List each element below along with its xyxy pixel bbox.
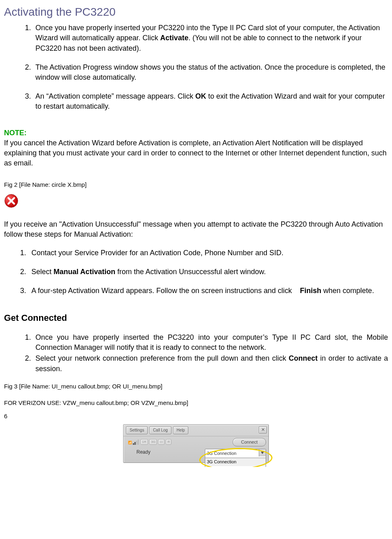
text: Select your network connection preferenc… bbox=[35, 354, 289, 362]
status-text: Ready bbox=[126, 449, 202, 456]
help-button[interactable]: Help bbox=[173, 426, 189, 434]
figure-2-caption: Fig 2 [File Name: circle X.bmp] bbox=[4, 180, 388, 189]
close-icon: ✕ bbox=[261, 427, 265, 432]
activation-steps-list: Once you have properly inserted your PC3… bbox=[4, 23, 388, 112]
get-connected-steps: Once you have properly inserted the PC32… bbox=[4, 332, 388, 374]
figure-3-caption: Fig 3 [File Name: UI_menu callout.bmp; O… bbox=[4, 382, 388, 390]
text: The Activation Progress window shows you… bbox=[35, 63, 385, 81]
note-label: NOTE: bbox=[4, 128, 388, 138]
connection-manager-screenshot: Settings Call Log Help ✕ 📶 1✕ 3G bbox=[4, 424, 388, 463]
list-item: The Activation Progress window shows you… bbox=[33, 62, 388, 83]
number: 3. bbox=[20, 286, 31, 296]
list-item: Select your network connection preferenc… bbox=[33, 353, 388, 374]
connection-select[interactable]: 3G Connection 3G Connection 2G Connectio… bbox=[205, 449, 266, 458]
connect-button[interactable]: Connect bbox=[233, 438, 266, 446]
connection-dropdown: 3G Connection 2G Connection bbox=[205, 458, 266, 467]
list-item: 1.Contact your Service Provider for an A… bbox=[20, 248, 388, 258]
page-heading: Activating the PC3220 bbox=[4, 4, 388, 20]
one-x-icon: 1✕ bbox=[140, 439, 148, 445]
list-item: Once you have properly inserted your PC3… bbox=[33, 23, 388, 54]
number: 1. bbox=[20, 248, 31, 258]
status-icon-row: 📶 1✕ 3G ▭ R bbox=[126, 438, 202, 446]
close-button[interactable]: ✕ bbox=[259, 426, 267, 434]
text: Once you have properly inserted the PC32… bbox=[35, 333, 388, 351]
bold-text: Manual Activation bbox=[54, 268, 115, 276]
three-g-icon: 3G bbox=[149, 439, 157, 445]
roaming-icon: R bbox=[166, 439, 171, 445]
figure-3-verizon-caption: FOR VERIZON USE: VZW_menu callout.bmp; O… bbox=[4, 399, 388, 407]
select-value: 3G Connection bbox=[207, 450, 236, 456]
error-circle-x-icon bbox=[4, 194, 19, 208]
note-body: If you cancel the Activation Wizard befo… bbox=[4, 138, 388, 169]
unsuccessful-intro: If you receive an "Activation Unsuccessf… bbox=[4, 219, 388, 240]
battery-icon: ▭ bbox=[158, 439, 165, 445]
list-item: An “Activation complete” message appears… bbox=[33, 91, 388, 112]
number: 2. bbox=[20, 267, 31, 277]
chevron-down-icon bbox=[261, 450, 264, 456]
page-number: 6 bbox=[4, 412, 388, 420]
dropdown-option-3g[interactable]: 3G Connection bbox=[205, 458, 266, 466]
manual-activation-steps: 1.Contact your Service Provider for an A… bbox=[4, 248, 388, 296]
bold-text: OK bbox=[195, 92, 206, 100]
call-log-button[interactable]: Call Log bbox=[149, 426, 171, 434]
text: when complete. bbox=[321, 287, 374, 295]
get-connected-heading: Get Connected bbox=[4, 312, 388, 324]
text: Select bbox=[31, 268, 54, 276]
dropdown-option-2g[interactable]: 2G Connection bbox=[205, 466, 266, 467]
signal-icon: 📶 bbox=[128, 439, 139, 446]
select-arrow[interactable] bbox=[259, 449, 266, 456]
title-bar: Settings Call Log Help ✕ bbox=[124, 425, 268, 436]
text: Contact your Service Provider for an Act… bbox=[31, 249, 283, 257]
list-item: 3.A four-step Activation Wizard appears.… bbox=[20, 286, 388, 296]
text: An “Activation complete” message appears… bbox=[35, 92, 195, 100]
settings-button[interactable]: Settings bbox=[126, 426, 148, 434]
bold-text: Activate bbox=[160, 34, 188, 42]
bold-text: Finish bbox=[300, 287, 321, 295]
text: from the Activation Unsuccessful alert w… bbox=[115, 268, 266, 276]
list-item: Once you have properly inserted the PC32… bbox=[33, 332, 388, 353]
list-item: 2.Select Manual Activation from the Acti… bbox=[20, 267, 388, 277]
text: A four-step Activation Wizard appears. F… bbox=[31, 287, 300, 295]
bold-text: Connect bbox=[289, 354, 318, 362]
